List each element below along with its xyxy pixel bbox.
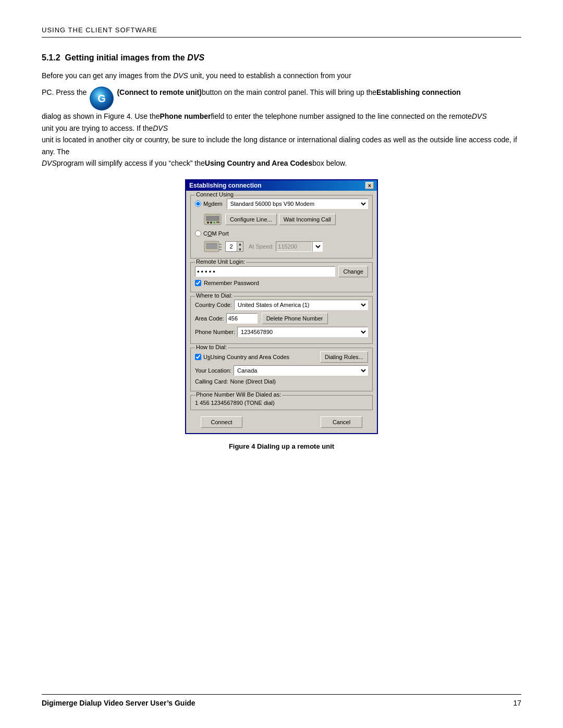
your-location-row: Your Location: Canada (195, 365, 368, 376)
calling-card-row: Calling Card: None (Direct Dial) (195, 378, 368, 385)
where-to-dial-label: Where to Dial: (195, 292, 234, 299)
svg-point-5 (210, 221, 212, 224)
p2-connect-bold: (Connect to remote unit) (117, 87, 202, 98)
connect-using-group: Connect Using Modem Standard 56000 bps V… (190, 195, 373, 258)
svg-text:G: G (98, 93, 106, 104)
bottom-buttons-row: Connect Cancel (190, 414, 373, 429)
country-code-row: Country Code: United States of America (… (195, 300, 368, 310)
spinbox-value: 2 (226, 242, 237, 251)
figure-caption: Figure 4 Dialing up a remote unit (42, 442, 521, 450)
dvs-icon: G (90, 87, 114, 110)
password-input[interactable] (195, 266, 335, 277)
using-country-label: UsUsing Country and Area Codes (203, 354, 320, 360)
remember-password-label: Remember Password (204, 280, 259, 286)
com-port-radio[interactable] (195, 230, 201, 237)
dialing-rules-button[interactable]: Dialing Rules... (320, 351, 368, 363)
remember-password-row: Remember Password (195, 280, 368, 286)
country-code-dropdown[interactable]: United States of America (1) (234, 300, 368, 310)
modem-dropdown[interactable]: Standard 56000 bps V90 Modem (227, 199, 368, 209)
spinbox-down-arrow[interactable]: ▼ (237, 246, 243, 252)
page-footer: Digimerge Dialup Video Server User’s Gui… (42, 694, 521, 707)
where-to-dial-group: Where to Dial: Country Code: United Stat… (190, 296, 373, 344)
header-text: USING THE CLIENT SOFTWARE (42, 26, 157, 34)
svg-rect-12 (219, 249, 222, 250)
dialog-container: Establishing connection × Connect Using … (42, 179, 521, 434)
page-header: USING THE CLIENT SOFTWARE (42, 26, 521, 38)
delete-phone-button[interactable]: Delete Phone Number (262, 313, 328, 324)
remote-unit-login-group: Remote Unit Login: Change Remember Passw… (190, 262, 373, 292)
com-port-row: COM Port (195, 230, 368, 237)
com-port-radio-label[interactable]: COM Port (195, 230, 232, 237)
phone-number-dropdown[interactable]: 1234567890 (237, 327, 368, 337)
password-row: Change (195, 266, 368, 277)
connect-using-label: Connect Using (195, 191, 235, 198)
section-number: 5.1.2 (42, 53, 60, 62)
area-code-input[interactable] (226, 313, 258, 324)
dialed-number: 1 456 1234567890 (TONE dial) (195, 400, 368, 406)
dialog-body: Connect Using Modem Standard 56000 bps V… (186, 191, 377, 433)
svg-rect-3 (206, 216, 219, 221)
spinbox-arrows[interactable]: ▲ ▼ (237, 241, 243, 252)
using-country-row: UsUsing Country and Area Codes Dialing R… (195, 351, 368, 363)
country-code-label: Country Code: (195, 302, 232, 308)
establishing-connection-dialog: Establishing connection × Connect Using … (185, 179, 378, 434)
dialed-as-label: Phone Number Will Be Dialed as: (195, 391, 282, 398)
paragraph-1: Before you can get any images from the D… (42, 70, 521, 81)
calling-card-label: Calling Card: (195, 378, 228, 385)
modem-dropdown-container: Standard 56000 bps V90 Modem (227, 199, 368, 209)
section-title-text: Getting initial images from the (65, 53, 185, 62)
com-port-controls-row: 2 ▲ ▼ At Speed: (203, 239, 368, 254)
remote-unit-login-label: Remote Unit Login: (195, 258, 246, 265)
at-speed-label: At Speed: (249, 243, 274, 250)
svg-point-6 (213, 221, 215, 224)
svg-rect-10 (219, 244, 222, 245)
remember-password-checkbox[interactable] (195, 280, 201, 286)
your-location-label: Your Location: (195, 367, 231, 374)
cancel-button[interactable]: Cancel (321, 416, 362, 428)
section-title-italic: DVS (187, 53, 204, 62)
dvs-icon-svg: G (90, 87, 114, 110)
svg-rect-11 (219, 246, 222, 248)
phone-number-label: Phone Number: (195, 329, 235, 335)
dialog-title: Establishing connection (189, 182, 262, 189)
area-code-label: Area Code: (195, 315, 224, 322)
svg-point-4 (207, 221, 209, 224)
configure-line-button[interactable]: Configure Line... (225, 214, 277, 225)
modem-icon-buttons-row: Configure Line... Wait Incoming Call (203, 211, 368, 228)
modem-icon-svg (203, 211, 222, 228)
com-icon-svg (203, 239, 222, 254)
svg-rect-7 (216, 221, 219, 223)
speed-dropdown[interactable] (312, 241, 323, 252)
com-spinbox[interactable]: 2 ▲ ▼ (225, 241, 243, 252)
section-title: 5.1.2 Getting initial images from the DV… (42, 53, 521, 63)
using-country-checkbox[interactable] (195, 354, 201, 360)
modem-radio-label[interactable]: Modem (195, 201, 223, 207)
area-code-row: Area Code: Delete Phone Number (195, 313, 368, 324)
footer-title: Digimerge Dialup Video Server User’s Gui… (42, 699, 195, 707)
how-to-dial-group: How to Dial: UsUsing Country and Area Co… (190, 348, 373, 391)
footer-page-number: 17 (513, 699, 521, 707)
svg-rect-9 (206, 243, 217, 249)
spinbox-up-arrow[interactable]: ▲ (237, 241, 243, 246)
wait-incoming-call-button[interactable]: Wait Incoming Call (279, 214, 336, 225)
phone-number-row: Phone Number: 1234567890 (195, 327, 368, 337)
dialed-as-group: Phone Number Will Be Dialed as: 1 456 12… (190, 395, 373, 410)
speed-input (276, 241, 312, 252)
calling-card-value: None (Direct Dial) (230, 378, 276, 385)
modem-row: Modem Standard 56000 bps V90 Modem (195, 199, 368, 209)
page: USING THE CLIENT SOFTWARE 5.1.2 Getting … (0, 0, 563, 728)
dialog-close-button[interactable]: × (365, 182, 374, 189)
modem-label-text: Modem (203, 201, 223, 207)
change-button[interactable]: Change (338, 266, 368, 277)
modem-radio[interactable] (195, 201, 201, 207)
location-dropdown[interactable]: Canada (234, 365, 368, 376)
paragraph-2: PC. Press the G (Connect to remote unit)… (42, 87, 521, 169)
connect-button[interactable]: Connect (201, 416, 242, 428)
dialog-titlebar: Establishing connection × (186, 180, 377, 191)
how-to-dial-label: How to Dial: (195, 344, 228, 350)
